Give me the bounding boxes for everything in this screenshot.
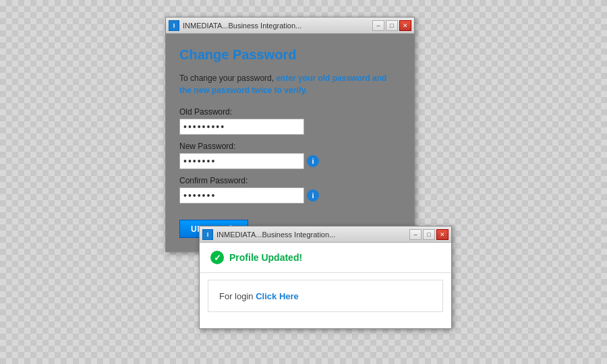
window2-controls: – □ ✕ [409, 229, 449, 240]
window1-restore-button[interactable]: □ [386, 20, 398, 31]
confirm-password-row: i [179, 187, 401, 204]
login-link-container: For login Click Here [208, 280, 443, 312]
profile-updated-text: Profile Updated! [229, 252, 302, 263]
window2-minimize-button[interactable]: – [409, 229, 422, 240]
new-password-row: i [179, 153, 401, 169]
new-password-info-icon[interactable]: i [307, 155, 319, 167]
window2-icon: I [202, 229, 213, 240]
click-here-link[interactable]: Click Here [256, 291, 299, 301]
window2-title: INMEDIATA...Business Integration... [216, 231, 407, 239]
window1-controls: – □ ✕ [372, 20, 411, 31]
window1-icon: I [169, 20, 179, 31]
new-password-label: New Password: [179, 142, 401, 151]
window1-titlebar[interactable]: I INMEDIATA...Business Integration... – … [166, 18, 414, 34]
confirm-password-info-icon[interactable]: i [307, 189, 319, 202]
change-password-description: To change your password, enter your old … [179, 72, 401, 96]
old-password-row [179, 119, 401, 135]
window2-restore-button[interactable]: □ [423, 229, 435, 240]
description-plain: To change your password, [179, 73, 276, 83]
old-password-input[interactable] [179, 119, 304, 135]
window2-titlebar[interactable]: I INMEDIATA...Business Integration... – … [200, 226, 451, 243]
login-text: For login [219, 291, 256, 301]
window1-title: INMEDIATA...Business Integration... [183, 22, 370, 30]
old-password-field-group: Old Password: [179, 107, 401, 135]
new-password-input[interactable] [179, 153, 304, 169]
profile-updated-bar: ✓ Profile Updated! [200, 243, 451, 273]
window2-body: ✓ Profile Updated! For login Click Here [200, 243, 451, 328]
old-password-label: Old Password: [179, 107, 401, 117]
change-password-window: I INMEDIATA...Business Integration... – … [165, 17, 415, 252]
profile-updated-window: I INMEDIATA...Business Integration... – … [199, 226, 452, 329]
confirm-password-input[interactable] [179, 187, 304, 204]
confirm-password-label: Confirm Password: [179, 176, 401, 185]
window1-body: Change Password To change your password,… [166, 34, 414, 251]
new-password-field-group: New Password: i [179, 142, 401, 169]
change-password-heading: Change Password [179, 47, 401, 63]
window1-close-button[interactable]: ✕ [399, 20, 411, 31]
window1-minimize-button[interactable]: – [372, 20, 384, 31]
window2-bottom-space [200, 319, 451, 328]
confirm-password-field-group: Confirm Password: i [179, 176, 401, 204]
window2-close-button[interactable]: ✕ [436, 229, 449, 240]
success-checkmark-icon: ✓ [210, 251, 224, 264]
